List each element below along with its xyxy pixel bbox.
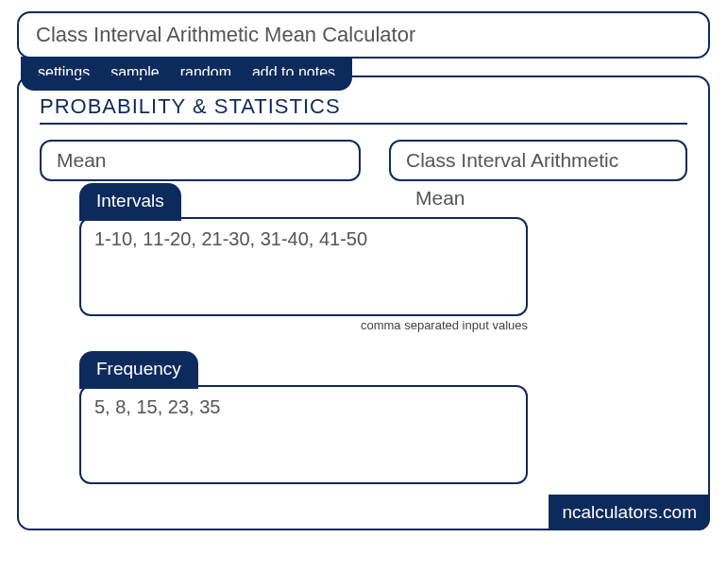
pill-mean-label: Mean [57,149,107,171]
intervals-group: Intervals comma separated input values [79,183,687,332]
pill-class-interval-label: Class Interval Arithmetic [406,149,618,171]
pill-class-interval[interactable]: Class Interval Arithmetic [389,140,687,181]
frequency-group: Frequency [79,351,687,484]
main-panel: PROBABILITY & STATISTICS Mean Class Inte… [17,76,710,530]
frequency-input[interactable] [79,385,528,484]
pill-row: Mean Class Interval Arithmetic [40,140,687,181]
pill-mean[interactable]: Mean [40,140,361,181]
section-title: PROBABILITY & STATISTICS [40,94,687,125]
intervals-input[interactable] [79,217,528,316]
page-title-bar: Class Interval Arithmetic Mean Calculato… [17,11,710,59]
page-title: Class Interval Arithmetic Mean Calculato… [36,23,415,46]
frequency-tag: Frequency [79,351,198,389]
intervals-tag: Intervals [79,183,181,221]
brand-badge: ncalculators.com [549,495,710,530]
intervals-hint: comma separated input values [79,318,528,332]
